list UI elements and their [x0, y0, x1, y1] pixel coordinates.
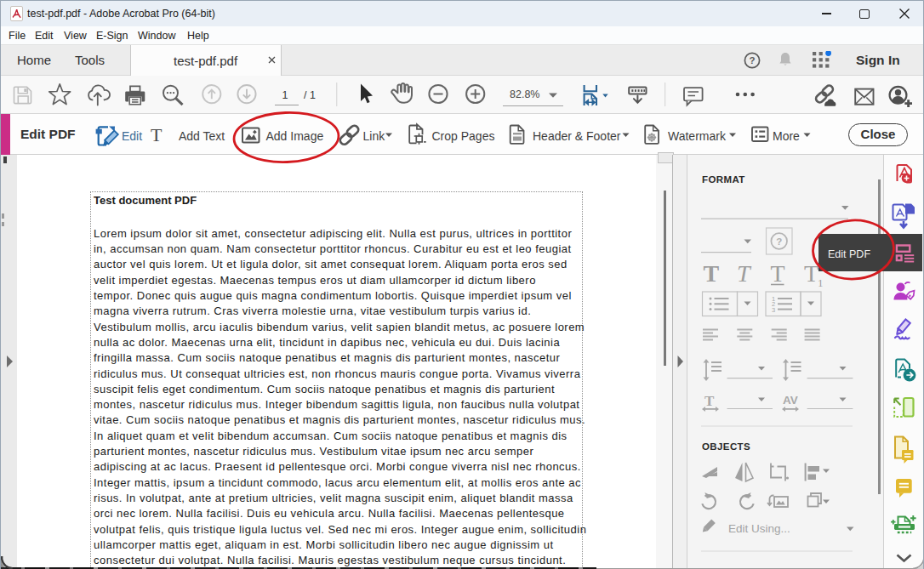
svg-text:Add Text: Add Text: [179, 129, 225, 143]
svg-text:82.8%: 82.8%: [510, 88, 539, 100]
svg-text:1: 1: [282, 89, 288, 101]
svg-text:AV: AV: [783, 394, 798, 407]
svg-text:Header & Footer: Header & Footer: [533, 129, 621, 143]
svg-text:T: T: [771, 260, 785, 287]
svg-text:T: T: [151, 124, 163, 145]
svg-text:3: 3: [772, 306, 775, 314]
svg-text:More: More: [773, 129, 800, 143]
svg-text:Edit: Edit: [122, 129, 142, 143]
svg-text:Link: Link: [363, 129, 386, 143]
svg-text:?: ?: [749, 55, 755, 65]
svg-text:T: T: [704, 393, 715, 409]
svg-text:/ 1: / 1: [304, 89, 316, 101]
svg-text:?: ?: [776, 236, 782, 247]
svg-text:T: T: [737, 260, 752, 287]
svg-text:T: T: [704, 260, 720, 287]
svg-text:Watermark: Watermark: [668, 129, 727, 143]
svg-text:Crop Pages: Crop Pages: [432, 129, 495, 143]
